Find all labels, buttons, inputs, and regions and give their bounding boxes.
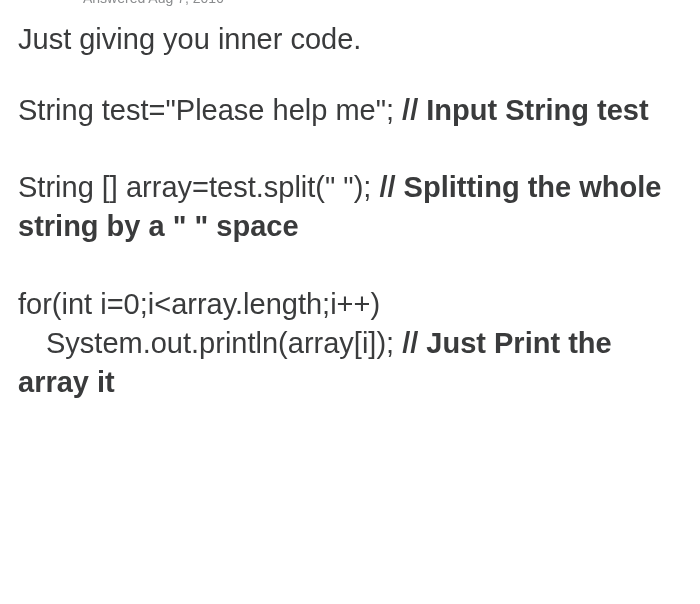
intro-text: Just giving you inner code.	[18, 20, 682, 59]
answer-body: Just giving you inner code. String test=…	[18, 20, 682, 402]
intro-line: Just giving you inner code.	[18, 23, 361, 55]
for-line: for(int i=0;i<array.length;i++)	[18, 285, 682, 324]
code-line-1: String test="Please help me";	[18, 94, 402, 126]
answer-meta: Answered Aug 7, 2016	[83, 0, 682, 6]
code-block-2: String [] array=test.split(" "); // Spli…	[18, 168, 682, 246]
code-line-2: String [] array=test.split(" ");	[18, 171, 379, 203]
code-block-3: for(int i=0;i<array.length;i++) System.o…	[18, 285, 682, 402]
code-block-1: String test="Please help me"; // Input S…	[18, 91, 682, 130]
code-comment-1: // Input String test	[402, 94, 649, 126]
print-line-code: System.out.println(array[i]);	[18, 327, 402, 359]
answer-date: Answered Aug 7, 2016	[83, 0, 224, 6]
